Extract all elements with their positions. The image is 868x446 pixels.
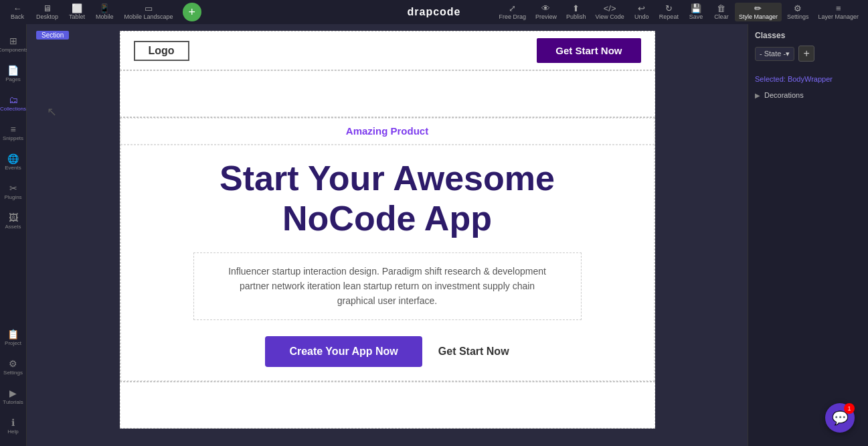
toolbar: ← Back 🖥 Desktop ⬜ Tablet 📱 Mobile ▭ Mob… xyxy=(0,0,868,24)
add-element-button[interactable]: + xyxy=(183,3,201,21)
project-label: Project xyxy=(5,341,21,346)
sidebar-bottom: 📋 Project ⚙ Settings ▶ Tutorials ℹ Help xyxy=(0,323,27,441)
preview-icon: 👁 xyxy=(541,4,550,13)
canvas-area[interactable]: Section Logo Get Start Now Amazing Produ… xyxy=(27,24,748,446)
sidebar-item-plugins[interactable]: ✂ Plugins xyxy=(0,177,27,206)
back-button[interactable]: ← Back xyxy=(5,3,29,21)
chat-bubble[interactable]: 💬 1 xyxy=(825,403,855,433)
left-sidebar: ⊞ Components 📄 Pages 🗂 Collections ≡ Sni… xyxy=(0,24,27,446)
pages-label: Pages xyxy=(5,77,21,82)
hero-desc-text: Influencer startup interaction design. P… xyxy=(228,266,546,307)
collections-icon: 🗂 xyxy=(9,94,18,105)
events-icon: 🌐 xyxy=(7,153,19,164)
repeat-label: Repeat xyxy=(659,13,679,20)
free-drag-label: Free Drag xyxy=(499,13,526,20)
nav-get-start-button[interactable]: Get Start Now xyxy=(537,38,640,63)
hero-content: Start Your Awesome NoCode App Influencer… xyxy=(120,145,655,381)
events-label: Events xyxy=(5,165,21,171)
layer-manager-label: Layer Manager xyxy=(818,13,859,20)
sidebar-item-settings[interactable]: ⚙ Settings xyxy=(0,352,27,382)
help-label: Help xyxy=(7,429,18,435)
style-manager-button[interactable]: ✏ Style Manager xyxy=(735,3,782,21)
settings-sidebar-label: Settings xyxy=(3,370,23,376)
tutorials-label: Tutorials xyxy=(3,400,23,405)
sidebar-item-snippets[interactable]: ≡ Snippets xyxy=(0,118,27,147)
toolbar-right: ⤢ Free Drag 👁 Preview ⬆ Publish </> View… xyxy=(495,3,863,21)
tablet-button[interactable]: ⬜ Tablet xyxy=(65,3,89,21)
sidebar-item-components[interactable]: ⊞ Components xyxy=(0,29,27,59)
logo-box: Logo xyxy=(134,41,189,61)
sidebar-item-help[interactable]: ℹ Help xyxy=(0,411,27,441)
hero-title-line2: NoCode App xyxy=(282,199,492,238)
toolbar-left: ← Back 🖥 Desktop ⬜ Tablet 📱 Mobile ▭ Mob… xyxy=(5,3,204,21)
clear-label: Clear xyxy=(714,13,729,20)
create-app-button[interactable]: Create Your App Now xyxy=(265,336,422,367)
tablet-icon: ⬜ xyxy=(72,4,82,13)
hero-title-line1: Start Your Awesome xyxy=(220,159,555,198)
empty-section xyxy=(120,70,655,117)
components-icon: ⊞ xyxy=(9,35,17,46)
amazing-label: Amazing Product xyxy=(346,125,428,137)
publish-button[interactable]: ⬆ Publish xyxy=(562,3,590,21)
layer-manager-button[interactable]: ≡ Layer Manager xyxy=(814,3,863,21)
hero-section: Amazing Product Start Your Awesome NoCod… xyxy=(120,117,655,382)
free-drag-button[interactable]: ⤢ Free Drag xyxy=(495,3,530,21)
sidebar-item-project[interactable]: 📋 Project xyxy=(0,323,27,352)
layer-manager-icon: ≡ xyxy=(836,4,841,13)
undo-label: Undo xyxy=(634,13,649,20)
mobile-button[interactable]: 📱 Mobile xyxy=(92,3,118,21)
right-panel-title: Classes xyxy=(755,31,861,40)
nav-section: Logo Get Start Now xyxy=(120,31,655,70)
sidebar-item-tutorials[interactable]: ▶ Tutorials xyxy=(0,382,27,411)
settings-label: Settings xyxy=(787,13,809,20)
plugins-label: Plugins xyxy=(4,195,21,200)
clear-button[interactable]: 🗑 Clear xyxy=(709,3,733,21)
sidebar-item-collections[interactable]: 🗂 Collections xyxy=(0,88,27,118)
style-manager-label: Style Manager xyxy=(739,13,778,20)
mobile-label: Mobile xyxy=(96,13,114,20)
add-class-button[interactable]: + xyxy=(798,46,814,62)
sidebar-item-events[interactable]: 🌐 Events xyxy=(0,147,27,177)
help-icon: ℹ xyxy=(11,417,15,428)
hero-title: Start Your Awesome NoCode App xyxy=(220,159,555,239)
pages-icon: 📄 xyxy=(7,65,19,76)
decorations-row[interactable]: ▶ Decorations xyxy=(755,91,861,99)
amazing-label-row: Amazing Product xyxy=(120,118,655,145)
state-label: - State - xyxy=(760,50,786,58)
undo-button[interactable]: ↩ Undo xyxy=(630,3,654,21)
publish-label: Publish xyxy=(566,13,586,20)
sidebar-item-assets[interactable]: 🖼 Assets xyxy=(0,206,27,236)
undo-icon: ↩ xyxy=(638,4,645,13)
desktop-button[interactable]: 🖥 Desktop xyxy=(32,3,62,21)
mobile-landscape-label: Mobile Landscape xyxy=(124,13,173,20)
save-button[interactable]: 💾 Save xyxy=(684,3,708,21)
right-panel: Classes - State - ▾ + Selected: BodyWrap… xyxy=(748,24,868,446)
chevron-right-icon: ▶ xyxy=(755,92,760,99)
settings-button[interactable]: ⚙ Settings xyxy=(783,3,813,21)
mobile-icon: 📱 xyxy=(99,4,110,13)
snippets-label: Snippets xyxy=(3,136,23,141)
mobile-landscape-button[interactable]: ▭ Mobile Landscape xyxy=(120,3,177,21)
view-code-button[interactable]: </> View Code xyxy=(591,3,628,21)
components-label: Components xyxy=(0,48,28,53)
back-icon: ← xyxy=(13,4,22,13)
repeat-button[interactable]: ↻ Repeat xyxy=(655,3,683,21)
brand-name: drapcode xyxy=(407,6,460,17)
state-dropdown[interactable]: - State - ▾ xyxy=(755,47,794,61)
repeat-icon: ↻ xyxy=(665,4,673,13)
decorations-label: Decorations xyxy=(764,91,804,99)
assets-label: Assets xyxy=(5,224,21,230)
view-code-icon: </> xyxy=(604,4,616,13)
publish-icon: ⬆ xyxy=(572,4,580,13)
save-icon: 💾 xyxy=(691,4,701,13)
clear-icon: 🗑 xyxy=(717,4,725,13)
save-label: Save xyxy=(689,13,703,20)
sidebar-item-pages[interactable]: 📄 Pages xyxy=(0,59,27,88)
brand: drapcode xyxy=(407,6,460,18)
settings-sidebar-icon: ⚙ xyxy=(9,358,17,369)
bottom-section xyxy=(120,382,655,429)
preview-button[interactable]: 👁 Preview xyxy=(531,3,561,21)
desktop-label: Desktop xyxy=(36,13,58,20)
hero-get-start-link[interactable]: Get Start Now xyxy=(438,346,509,358)
settings-icon: ⚙ xyxy=(794,4,802,13)
